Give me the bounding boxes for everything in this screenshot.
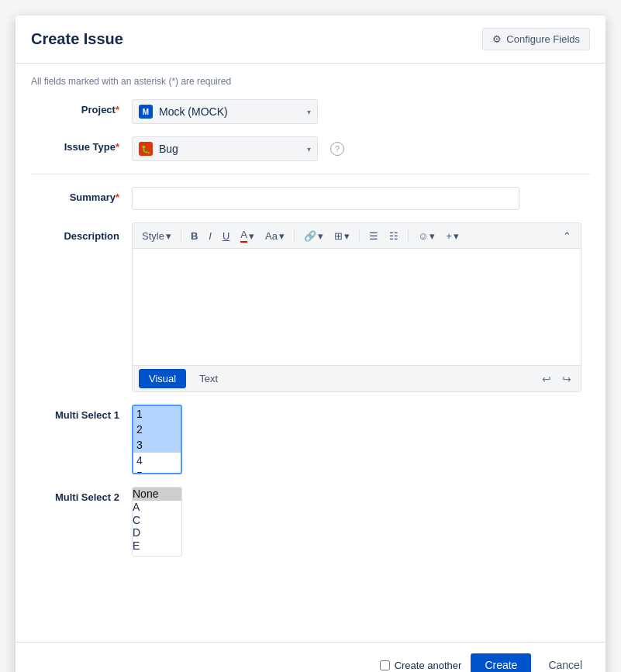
project-value: Mock (MOCK) bbox=[159, 105, 307, 118]
modal-body: All fields marked with an asterisk (*) a… bbox=[16, 64, 605, 642]
underline-button[interactable]: U bbox=[218, 228, 234, 244]
description-textarea[interactable] bbox=[133, 249, 581, 365]
project-required-star: * bbox=[116, 104, 119, 115]
format-chevron-icon: ▾ bbox=[279, 230, 285, 242]
issue-type-row: Issue Type* 🐛 Bug ▾ ? bbox=[31, 136, 590, 161]
project-select[interactable]: M Mock (MOCK) ▾ bbox=[132, 99, 318, 124]
create-issue-modal: Create Issue ⚙ Configure Fields All fiel… bbox=[16, 16, 605, 672]
multi-select-2-control: None A C D E bbox=[132, 487, 590, 557]
redo-button[interactable]: ↪ bbox=[559, 371, 574, 387]
media-button[interactable]: ⊞ ▾ bbox=[329, 228, 354, 244]
description-control: Style ▾ B I U bbox=[132, 222, 581, 392]
project-chevron-icon: ▾ bbox=[307, 108, 311, 116]
format-button[interactable]: Aa ▾ bbox=[260, 228, 289, 244]
issue-type-icon: 🐛 bbox=[139, 142, 153, 156]
visual-tab[interactable]: Visual bbox=[139, 369, 186, 388]
project-row: Project* M Mock (MOCK) ▾ bbox=[31, 99, 590, 124]
editor-footer: Visual Text ↩ ↪ bbox=[133, 365, 581, 391]
issue-type-help-icon[interactable]: ? bbox=[330, 142, 344, 156]
issue-type-label: Issue Type* bbox=[31, 136, 132, 153]
create-another-label[interactable]: Create another bbox=[380, 660, 462, 671]
modal-footer: Create another Create Cancel bbox=[16, 642, 605, 672]
create-another-checkbox[interactable] bbox=[380, 660, 390, 670]
issue-type-select[interactable]: 🐛 Bug ▾ bbox=[132, 136, 318, 161]
modal-header: Create Issue ⚙ Configure Fields bbox=[16, 16, 605, 64]
divider bbox=[31, 174, 590, 174]
issue-type-value: Bug bbox=[159, 143, 307, 155]
multi-select-2-input[interactable]: None A C D E bbox=[132, 487, 182, 557]
editor-toolbar: Style ▾ B I U bbox=[133, 223, 581, 249]
description-label: Description bbox=[31, 222, 132, 242]
toolbar-separator-2 bbox=[294, 229, 295, 243]
more-chevron-icon: ▾ bbox=[454, 230, 459, 242]
collapse-icon: ⌃ bbox=[563, 230, 571, 242]
toolbar-separator-4 bbox=[408, 229, 409, 243]
multi-select-2-label: Multi Select 2 bbox=[31, 487, 132, 503]
more-button[interactable]: + ▾ bbox=[441, 228, 464, 244]
text-color-button[interactable]: A ▾ bbox=[236, 226, 259, 245]
cancel-button[interactable]: Cancel bbox=[540, 653, 590, 672]
multi-select-1-control: 1 2 3 4 5 bbox=[132, 405, 590, 474]
multi-select-1-input[interactable]: 1 2 3 4 5 bbox=[132, 405, 182, 474]
text-color-chevron-icon: ▾ bbox=[249, 230, 254, 242]
emoji-chevron-icon: ▾ bbox=[430, 230, 435, 242]
create-button[interactable]: Create bbox=[471, 653, 531, 672]
style-chevron-icon: ▾ bbox=[166, 230, 171, 242]
configure-fields-button[interactable]: ⚙ Configure Fields bbox=[482, 28, 590, 50]
project-control: M Mock (MOCK) ▾ bbox=[132, 99, 590, 124]
summary-required-star: * bbox=[116, 191, 119, 203]
text-tab[interactable]: Text bbox=[189, 369, 228, 388]
project-label: Project* bbox=[31, 99, 132, 115]
bullet-list-button[interactable]: ☰ bbox=[364, 228, 383, 244]
required-note: All fields marked with an asterisk (*) a… bbox=[31, 76, 590, 87]
media-chevron-icon: ▾ bbox=[344, 230, 350, 242]
link-chevron-icon: ▾ bbox=[318, 230, 323, 242]
project-icon: M bbox=[139, 105, 153, 119]
editor-actions: ↩ ↪ bbox=[539, 371, 574, 387]
multi-select-1-row: Multi Select 1 1 2 3 4 5 bbox=[31, 405, 590, 474]
collapse-button[interactable]: ⌃ bbox=[558, 228, 576, 244]
view-tabs: Visual Text bbox=[139, 369, 228, 388]
gear-icon: ⚙ bbox=[492, 33, 502, 45]
emoji-button[interactable]: ☺ ▾ bbox=[413, 228, 440, 244]
multi-select-1-label: Multi Select 1 bbox=[31, 405, 132, 421]
summary-control bbox=[132, 187, 590, 210]
issue-type-required-star: * bbox=[116, 141, 119, 153]
toolbar-separator-1 bbox=[181, 229, 181, 243]
toolbar-separator-3 bbox=[359, 229, 360, 243]
style-button[interactable]: Style ▾ bbox=[137, 228, 176, 244]
summary-input[interactable] bbox=[132, 187, 519, 210]
issue-type-control: 🐛 Bug ▾ ? bbox=[132, 136, 590, 161]
issue-type-chevron-icon: ▾ bbox=[307, 145, 311, 153]
undo-button[interactable]: ↩ bbox=[539, 371, 554, 387]
italic-button[interactable]: I bbox=[204, 228, 216, 244]
ordered-list-button[interactable]: ☷ bbox=[385, 228, 403, 244]
multi-select-2-row: Multi Select 2 None A C D E bbox=[31, 487, 590, 557]
link-button[interactable]: 🔗 ▾ bbox=[299, 228, 328, 244]
summary-row: Summary* bbox=[31, 187, 590, 210]
summary-label: Summary* bbox=[31, 187, 132, 203]
modal-title: Create Issue bbox=[31, 30, 123, 48]
bold-button[interactable]: B bbox=[186, 228, 202, 244]
description-editor: Style ▾ B I U bbox=[132, 222, 581, 392]
description-row: Description Style ▾ B I bbox=[31, 222, 590, 392]
